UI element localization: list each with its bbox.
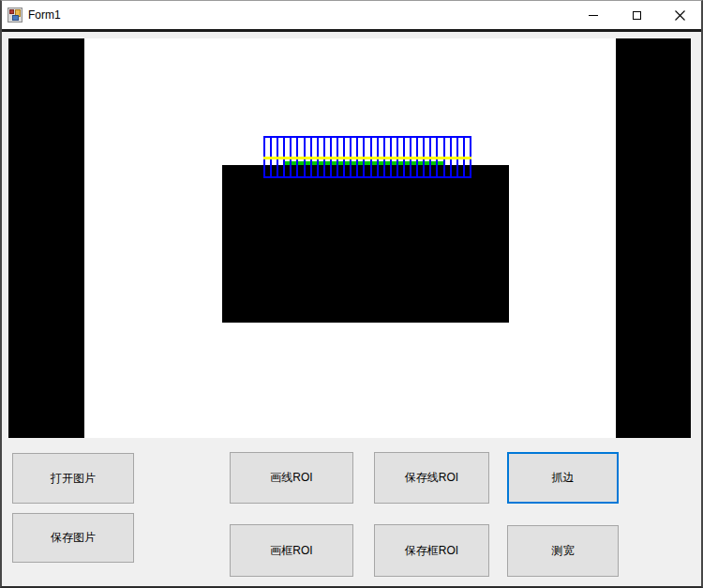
image-black-bar-right	[616, 38, 691, 438]
form1-window: Form1 打开图片 保存图片 画线ROI 保存线ROI 抓边 画框ROI 保存…	[0, 0, 703, 588]
maximize-button[interactable]	[615, 1, 658, 29]
close-icon	[675, 10, 685, 21]
draw-box-roi-button[interactable]: 画框ROI	[230, 524, 353, 577]
window-title: Form1	[28, 1, 61, 29]
open-image-button[interactable]: 打开图片	[12, 453, 134, 504]
image-canvas[interactable]	[8, 38, 691, 438]
form-icon-red-square	[9, 9, 14, 14]
save-line-roi-button[interactable]: 保存线ROI	[374, 452, 489, 504]
save-box-roi-button[interactable]: 保存框ROI	[374, 524, 489, 577]
titlebar-divider	[2, 29, 701, 32]
measure-width-button[interactable]: 测宽	[507, 525, 619, 577]
minimize-icon	[589, 15, 598, 16]
profile-line	[263, 157, 471, 159]
maximize-icon	[633, 11, 641, 20]
close-button[interactable]	[658, 1, 701, 29]
measured-object-rect	[222, 165, 509, 323]
save-image-button[interactable]: 保存图片	[12, 513, 134, 563]
grab-edge-button[interactable]: 抓边	[507, 452, 619, 504]
minimize-button[interactable]	[572, 1, 615, 29]
image-black-bar-left	[8, 38, 84, 438]
titlebar: Form1	[2, 1, 701, 29]
form-icon	[7, 8, 22, 23]
draw-line-roi-button[interactable]: 画线ROI	[230, 452, 353, 504]
form-icon-blue-square	[12, 15, 19, 21]
